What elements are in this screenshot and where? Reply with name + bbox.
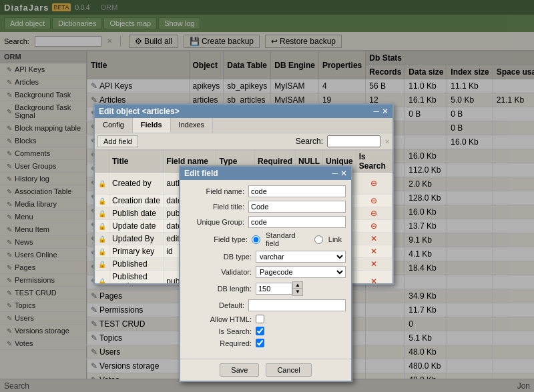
field-title-cell: Created by	[109, 173, 164, 195]
field-type-standard-radio[interactable]	[252, 235, 260, 244]
db-length-row: DB length: ▲ ▼	[186, 281, 346, 296]
field-lock-icon: 🔒	[95, 195, 109, 207]
db-length-spinbox: ▲ ▼	[256, 281, 303, 296]
edit-object-close-button[interactable]: ✕	[382, 107, 388, 116]
field-title-cell: Published	[109, 258, 164, 271]
field-title-input[interactable]	[248, 201, 346, 213]
default-row: Default:	[186, 299, 346, 311]
validator-row: Validator: PagecodeNoneEmailURL	[186, 266, 346, 278]
field-is-search-cell: ⊖	[356, 207, 392, 220]
field-lock-icon: 🔒	[95, 258, 109, 271]
db-type-row: DB type: varchartextinttinyintdatetimefl…	[186, 251, 346, 263]
field-title-cell: Published version	[109, 271, 164, 284]
db-type-select[interactable]: varchartextinttinyintdatetimefloat	[256, 251, 346, 263]
tab-fields[interactable]: Fields	[133, 118, 171, 133]
tab-config[interactable]: Config	[95, 118, 133, 133]
db-type-label: DB type:	[186, 253, 256, 261]
field-is-search-cell: ⊖	[356, 220, 392, 233]
dialog-tabs: Config Fields Indexes	[95, 118, 392, 133]
field-is-search-cell: ✕	[356, 271, 392, 284]
is-search-row: Is Search:	[186, 327, 346, 335]
edit-object-minimize-button[interactable]: ─	[373, 107, 379, 116]
field-name-label: Field name:	[186, 187, 248, 195]
field-type-row: Field type: Standard field Link	[186, 231, 346, 247]
edit-field-close-button[interactable]: ✕	[340, 169, 347, 178]
edit-field-title: Edit field	[184, 169, 218, 178]
unique-group-row: Unique Group:	[186, 216, 346, 228]
validator-label: Validator:	[186, 268, 256, 276]
required-label: Required:	[186, 339, 256, 347]
default-label: Default:	[186, 301, 248, 309]
field-type-link-label[interactable]: Link	[328, 235, 346, 243]
col-field-title: Title	[109, 151, 164, 173]
allow-html-checkbox[interactable]	[256, 315, 264, 323]
field-lock-icon: 🔒	[95, 271, 109, 284]
fields-search-label: Search:	[296, 137, 323, 146]
field-lock-icon: 🔒	[95, 173, 109, 195]
unique-group-label: Unique Group:	[186, 218, 248, 226]
field-title-cell: Update date	[109, 220, 164, 233]
required-row: Required:	[186, 339, 346, 347]
field-lock-icon: 🔒	[95, 245, 109, 258]
field-type-standard-label[interactable]: Standard field	[266, 231, 309, 247]
edit-field-minimize-button[interactable]: ─	[332, 169, 338, 178]
field-is-search-cell: ⊖	[356, 195, 392, 207]
edit-field-title-bar: Edit field ─ ✕	[180, 167, 351, 180]
allow-html-row: Allow HTML:	[186, 315, 346, 323]
dialog-buttons: Save Cancel	[180, 359, 351, 381]
edit-object-title-bar: Edit object <articles> ─ ✕	[95, 105, 392, 118]
spinbox-buttons: ▲ ▼	[292, 281, 303, 296]
spinbox-up-button[interactable]: ▲	[293, 282, 302, 289]
field-is-search-cell: ⊖	[356, 173, 392, 195]
field-is-search-cell: ✕	[356, 258, 392, 271]
edit-field-dialog: Edit field ─ ✕ Field name: Field title: …	[179, 165, 352, 382]
required-checkbox[interactable]	[256, 339, 264, 347]
field-type-link-radio[interactable]	[314, 235, 323, 244]
validator-select[interactable]: PagecodeNoneEmailURL	[256, 266, 346, 278]
fields-search-clear[interactable]: ✕	[384, 138, 390, 145]
field-type-radios: Standard field Link	[252, 231, 346, 247]
field-title-cell: Updated By	[109, 233, 164, 245]
db-length-label: DB length:	[186, 285, 256, 293]
dialog-toolbar: Add field Search: ✕	[95, 133, 392, 150]
tab-indexes[interactable]: Indexes	[171, 118, 214, 133]
field-title-row: Field title:	[186, 201, 346, 213]
col-is-search: Is Search	[356, 151, 392, 173]
col-lock	[95, 151, 109, 173]
db-length-input[interactable]	[256, 283, 292, 295]
field-is-search-cell: ✕	[356, 245, 392, 258]
spinbox-down-button[interactable]: ▼	[293, 289, 302, 295]
field-lock-icon: 🔒	[95, 207, 109, 220]
cancel-button[interactable]: Cancel	[266, 363, 311, 377]
field-name-row: Field name:	[186, 185, 346, 197]
field-lock-icon: 🔒	[95, 233, 109, 245]
allow-html-label: Allow HTML:	[186, 315, 256, 323]
is-search-label: Is Search:	[186, 327, 256, 335]
field-form: Field name: Field title: Unique Group: F…	[180, 180, 351, 356]
field-title-cell: Creation date	[109, 195, 164, 207]
unique-group-input[interactable]	[248, 216, 346, 228]
field-title-label: Field title:	[186, 203, 248, 211]
field-type-label: Field type:	[186, 235, 252, 243]
field-title-cell: Primary key	[109, 245, 164, 258]
is-search-checkbox[interactable]	[256, 327, 264, 335]
edit-object-title: Edit object <articles>	[99, 107, 180, 116]
field-is-search-cell: ✕	[356, 233, 392, 245]
fields-search-input[interactable]	[327, 135, 380, 147]
field-lock-icon: 🔒	[95, 220, 109, 233]
field-name-input[interactable]	[248, 185, 346, 197]
save-button[interactable]: Save	[220, 363, 259, 377]
field-title-cell: Publish date	[109, 207, 164, 220]
default-input[interactable]	[248, 299, 346, 311]
add-field-button[interactable]: Add field	[97, 135, 138, 147]
